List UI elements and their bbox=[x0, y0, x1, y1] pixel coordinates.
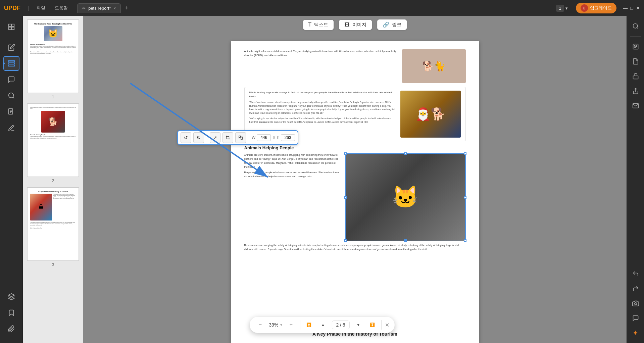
right-share-icon[interactable] bbox=[629, 84, 642, 98]
svg-rect-3 bbox=[11, 27, 14, 30]
thumb-3-body: The pages of history are filled with rem… bbox=[53, 194, 76, 220]
right-convert-icon[interactable] bbox=[629, 55, 642, 68]
svg-rect-2 bbox=[8, 27, 11, 30]
right-protect-icon[interactable] bbox=[629, 69, 642, 83]
minimize-btn[interactable]: — bbox=[623, 5, 628, 11]
w-value-input[interactable] bbox=[257, 134, 271, 141]
right-chat-icon[interactable] bbox=[629, 311, 642, 325]
right-undo-icon[interactable] bbox=[629, 267, 642, 281]
upgrade-btn[interactable]: U 업그레이드 bbox=[576, 3, 616, 13]
sidebar-icon-sign[interactable] bbox=[3, 120, 19, 135]
tab-close-btn[interactable]: × bbox=[113, 6, 116, 11]
size-h-input: h bbox=[277, 134, 295, 141]
pdf-edit-toolbar: T 텍스트 🖼 이미지 🔗 링크 bbox=[303, 19, 407, 30]
zoom-dropdown-arrow[interactable]: ▾ bbox=[280, 323, 282, 327]
image-tool-btn[interactable]: 🖼 이미지 bbox=[339, 20, 372, 30]
sidebar-icon-pages[interactable] bbox=[3, 104, 19, 119]
page-nav-arrow[interactable]: ▾ bbox=[565, 6, 568, 11]
pdf-card1-para: NIH is funding large-scale surveys to fi… bbox=[249, 91, 396, 99]
last-page-btn[interactable]: ⏬ bbox=[367, 320, 378, 330]
svg-rect-6 bbox=[8, 65, 14, 66]
right-email-icon[interactable] bbox=[629, 99, 642, 112]
h-label: h bbox=[277, 135, 280, 140]
right-search-icon[interactable] bbox=[629, 19, 642, 33]
crop-btn[interactable] bbox=[222, 132, 233, 143]
svg-marker-10 bbox=[8, 294, 14, 297]
thumb-1-body: Positive Health Effects Lorem ipsum dolo… bbox=[30, 42, 76, 54]
link-tool-icon: 🔗 bbox=[383, 21, 389, 28]
thumb-3-image: 🏛 bbox=[30, 194, 52, 220]
thumb-1-title: The Health and Mood-Boosting Benefits of… bbox=[30, 23, 76, 25]
thumb-3-num: 3 bbox=[52, 262, 54, 267]
thumb-1-image bbox=[44, 26, 62, 41]
rotate-left-btn[interactable]: ↺ bbox=[181, 132, 191, 143]
first-page-btn[interactable]: ⏫ bbox=[303, 320, 314, 330]
right-logo-icon[interactable]: ✦ bbox=[629, 326, 642, 340]
sidebar-icon-attach[interactable] bbox=[3, 322, 19, 336]
sidebar-icon-organize[interactable] bbox=[3, 56, 19, 71]
thumbnail-3[interactable]: A Key Phase in the History of Tourism 🏛 … bbox=[26, 187, 81, 267]
size-separator: 8 bbox=[273, 135, 275, 140]
zoom-out-btn[interactable]: − bbox=[255, 320, 265, 330]
svg-rect-11 bbox=[239, 136, 241, 138]
tab-pets-report[interactable]: ✏ pets report* × bbox=[77, 3, 121, 13]
tab-title: pets report* bbox=[88, 6, 111, 11]
page-nav: 1 ▾ bbox=[556, 5, 567, 12]
link-tool-btn[interactable]: 🔗 링크 bbox=[377, 19, 407, 30]
thumbnail-panel: The Health and Mood-Boosting Benefits of… bbox=[23, 16, 83, 343]
bottom-close-btn[interactable]: ✕ bbox=[385, 322, 389, 328]
right-ocr-icon[interactable] bbox=[629, 40, 642, 53]
sidebar-icon-layers[interactable] bbox=[3, 289, 19, 304]
sidebar-icon-bookmark[interactable] bbox=[3, 305, 19, 320]
maximize-btn[interactable]: □ bbox=[631, 5, 633, 11]
topbar: UPDF | 파일 도움말 ✏ pets report* × + 1 ▾ U 업… bbox=[0, 0, 644, 16]
thumb-img-2: Lorem ipsum dolor sit amet, consectetur … bbox=[27, 103, 79, 177]
thumbnail-2[interactable]: Lorem ipsum dolor sit amet, consectetur … bbox=[26, 103, 81, 183]
h-value-input[interactable] bbox=[281, 134, 295, 141]
svg-rect-5 bbox=[8, 63, 14, 64]
svg-point-7 bbox=[8, 93, 13, 98]
bottom-toolbar: − 39% ▾ + ⏫ ▲ 2 / 6 ▼ ⏬ ✕ bbox=[249, 317, 394, 333]
zoom-in-btn[interactable]: + bbox=[286, 320, 296, 330]
pdf-section-para3: Researchers are studying the safety of b… bbox=[244, 243, 466, 251]
move-btn[interactable]: ⤢ bbox=[210, 132, 220, 143]
next-page-btn[interactable]: ▼ bbox=[353, 320, 364, 330]
size-w-input: W bbox=[252, 134, 271, 141]
pdf-section-para1: Animals are very present. If someone is … bbox=[244, 153, 340, 169]
text-tool-btn[interactable]: T 텍스트 bbox=[303, 20, 334, 30]
main-area: The Health and Mood-Boosting Benefits of… bbox=[0, 16, 644, 343]
sidebar-icon-edit[interactable] bbox=[3, 40, 19, 55]
pdf-section-para2: Berger works with people who have cancer… bbox=[244, 170, 340, 179]
sidebar-icon-search[interactable] bbox=[3, 88, 19, 103]
pdf-area[interactable]: T 텍스트 🖼 이미지 🔗 링크 Animals might influence… bbox=[83, 16, 627, 343]
rotate-right-btn[interactable]: ↻ bbox=[193, 132, 204, 143]
thumb-img-3: A Key Phase in the History of Tourism 🏛 … bbox=[27, 187, 79, 261]
updf-logo: UPDF bbox=[4, 5, 20, 12]
svg-rect-0 bbox=[8, 24, 11, 27]
image-tool-icon: 🖼 bbox=[344, 22, 350, 28]
menu-help[interactable]: 도움말 bbox=[51, 4, 71, 12]
zoom-display: 39% ▾ bbox=[269, 322, 282, 328]
sidebar-icon-comments[interactable] bbox=[3, 72, 19, 87]
pdf-page: Animals might influence child developmen… bbox=[231, 41, 479, 343]
toolbar-separator2 bbox=[249, 133, 249, 142]
upgrade-label: 업그레이드 bbox=[590, 5, 612, 11]
menu-file[interactable]: 파일 bbox=[33, 4, 49, 12]
svg-point-20 bbox=[634, 303, 637, 305]
tab-edit-icon: ✏ bbox=[82, 6, 86, 11]
replace-btn[interactable] bbox=[235, 132, 246, 143]
image-edit-toolbar: ↺ ↻ ⤢ W 8 h bbox=[177, 130, 298, 145]
close-btn[interactable]: ✕ bbox=[636, 5, 640, 11]
tab-add-btn[interactable]: + bbox=[122, 5, 131, 12]
thumbnail-1[interactable]: The Health and Mood-Boosting Benefits of… bbox=[26, 19, 81, 99]
thumb-img-1: The Health and Mood-Boosting Benefits of… bbox=[27, 19, 79, 93]
text-tool-icon: T bbox=[308, 22, 312, 28]
thumb-3-title: A Key Phase in the History of Tourism bbox=[30, 191, 76, 193]
svg-rect-1 bbox=[11, 24, 14, 27]
prev-page-btn[interactable]: ▲ bbox=[317, 320, 328, 330]
thumb-2-image bbox=[41, 111, 65, 133]
svg-line-16 bbox=[637, 28, 638, 29]
right-camera-icon[interactable] bbox=[629, 297, 642, 310]
right-redo-icon[interactable] bbox=[629, 282, 642, 295]
sidebar-icon-thumbnails[interactable] bbox=[3, 19, 19, 34]
